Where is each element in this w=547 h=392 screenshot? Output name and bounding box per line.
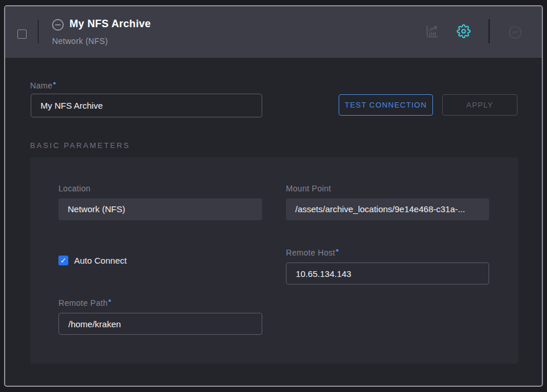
location-label: Location <box>58 184 90 193</box>
archive-card: My NFS Archive Network (NFS) <box>4 5 543 387</box>
auto-connect-label: Auto Connect <box>74 256 127 265</box>
header-divider <box>38 20 39 43</box>
settings-gear-icon[interactable] <box>457 24 471 38</box>
header-actions-divider <box>489 19 490 43</box>
required-marker: • <box>336 245 339 255</box>
collapse-minus-icon[interactable] <box>52 19 64 31</box>
mount-point-value: /assets/archive_locations/9e14e468-c31a-… <box>286 198 489 220</box>
remote-host-input[interactable] <box>286 262 489 284</box>
remote-path-input[interactable] <box>58 313 262 335</box>
name-label: Name• <box>30 81 56 90</box>
apply-button[interactable]: APPLY <box>442 94 517 116</box>
auto-connect-checkbox[interactable]: ✓ <box>58 256 68 265</box>
remote-host-label: Remote Host• <box>286 248 339 257</box>
name-input[interactable] <box>31 94 262 117</box>
select-checkbox[interactable] <box>17 29 27 39</box>
test-connection-button[interactable]: TEST CONNECTION <box>339 94 433 116</box>
required-marker: • <box>53 78 57 88</box>
mount-point-label: Mount Point <box>286 184 331 193</box>
archive-title: My NFS Archive <box>69 18 151 30</box>
remote-path-label: Remote Path• <box>58 298 112 308</box>
archive-subtitle: Network (NFS) <box>52 36 108 46</box>
activity-pulse-icon[interactable] <box>508 25 522 39</box>
checkmark-icon: ✓ <box>60 256 67 265</box>
basic-parameters-heading: BASIC PARAMETERS <box>30 141 130 150</box>
required-marker: • <box>108 295 112 305</box>
chart-icon[interactable] <box>424 24 440 40</box>
card-header: My NFS Archive Network (NFS) <box>5 6 542 58</box>
basic-parameters-panel: Location Network (NFS) Mount Point /asse… <box>30 157 518 364</box>
location-value: Network (NFS) <box>58 198 262 220</box>
screen: My NFS Archive Network (NFS) <box>0 0 547 392</box>
